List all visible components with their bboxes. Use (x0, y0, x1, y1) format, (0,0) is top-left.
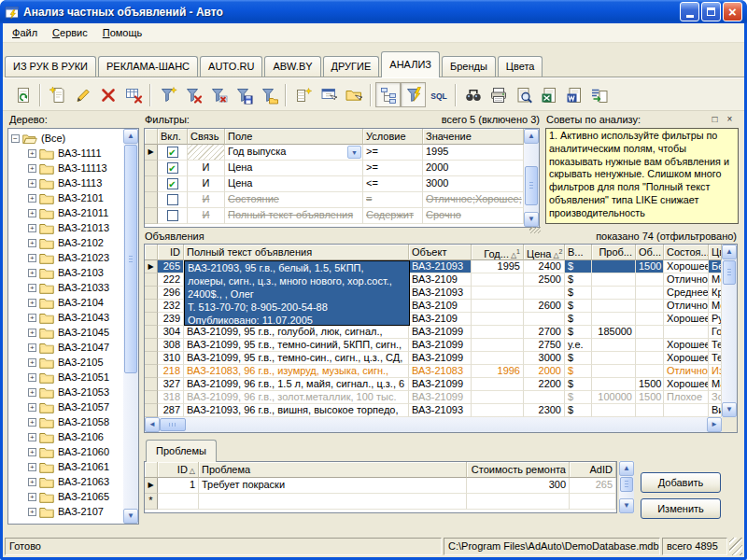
expand-icon[interactable]: + (28, 164, 36, 173)
folder-properties-button[interactable] (341, 82, 366, 107)
filters-header-3[interactable]: Условие (363, 129, 423, 145)
ad-cell-id[interactable]: 265 (158, 260, 184, 273)
menu-service[interactable]: Сервис (45, 25, 95, 40)
ad-cell-vol[interactable] (636, 352, 664, 365)
checkbox-icon[interactable] (167, 210, 178, 221)
ad-cell-year[interactable] (472, 339, 524, 352)
close-button[interactable]: × (723, 2, 742, 21)
ad-cell-year[interactable] (472, 378, 524, 391)
ads-horizontal-scrollbar[interactable]: ◄► (145, 417, 722, 432)
ad-cell-vol[interactable] (636, 300, 664, 313)
scroll-thumb[interactable] (525, 166, 538, 205)
ad-cell-cur[interactable]: $ (565, 287, 592, 300)
tree-item[interactable]: +ВАЗ-1111 (8, 146, 123, 161)
delete-button[interactable] (95, 82, 120, 107)
export-report-button[interactable] (586, 82, 612, 107)
filter-condition-cell[interactable]: = (363, 192, 423, 208)
ad-cell-obj[interactable]: ВАЗ-21099 (409, 326, 472, 339)
ad-cell-vol[interactable]: 1500 (636, 260, 664, 273)
filter-field-cell[interactable]: Цена (225, 176, 363, 192)
ad-cell-run[interactable]: 100000 (592, 391, 636, 404)
tree-item[interactable]: +ВАЗ-2106 (8, 429, 123, 444)
ad-cell-cur[interactable]: $ (565, 260, 592, 273)
ad-cell-state[interactable]: Хорошее (664, 339, 709, 352)
expand-icon[interactable]: + (28, 478, 36, 486)
ad-cell-id[interactable]: 310 (158, 352, 184, 365)
ad-cell-state[interactable]: Отличное (664, 300, 709, 313)
checkbox-icon[interactable]: ✔ (167, 178, 178, 189)
tree-item[interactable]: +ВАЗ-2103 (8, 265, 123, 280)
ad-cell-run[interactable] (592, 378, 636, 391)
problem-cell-cost[interactable]: 300 (467, 478, 570, 494)
problems-header-2[interactable]: Стоимость ремонта (467, 462, 570, 478)
expand-icon[interactable]: + (28, 224, 36, 232)
filter-enabled-cell[interactable] (158, 208, 188, 224)
problem-cell-empty[interactable] (158, 494, 199, 510)
ad-cell-state[interactable]: Хорошее (664, 260, 709, 273)
ad-cell-id[interactable]: 218 (158, 365, 184, 378)
ad-cell-vol[interactable] (636, 326, 664, 339)
print-button[interactable] (486, 82, 511, 107)
scroll-down-icon[interactable]: ▼ (123, 509, 138, 524)
new-record-button[interactable] (45, 82, 70, 107)
ad-cell-year[interactable]: 1996 (472, 365, 524, 378)
filters-resize-grip[interactable] (529, 227, 541, 233)
ad-cell-color[interactable]: Кра (709, 287, 722, 300)
ad-cell-state[interactable]: Хорошее (664, 352, 709, 365)
ad-cell-year[interactable]: 1995 (472, 260, 524, 273)
ad-cell-year[interactable] (472, 287, 524, 300)
ad-cell-vol[interactable] (636, 365, 664, 378)
status-resize-grip[interactable] (729, 538, 742, 555)
ad-cell-obj[interactable]: ВАЗ-21093 (409, 404, 472, 417)
ad-cell-text[interactable]: ВАЗ-21099, 96 г.в., 1.5 л, майя, сигнал.… (184, 378, 409, 391)
scroll-up-icon[interactable]: ▲ (123, 129, 138, 144)
ad-cell-id[interactable]: 304 (158, 326, 184, 339)
ad-cell-vol[interactable] (636, 287, 664, 300)
expand-icon[interactable]: + (28, 418, 36, 427)
expand-icon[interactable]: + (28, 314, 36, 322)
ads-header-9[interactable]: Цве (709, 245, 722, 260)
tree-item[interactable]: +ВАЗ-21065 (8, 489, 123, 504)
ad-cell-text[interactable]: ВАЗ-21099, 95 г.в., темно-син., сигн., ц… (184, 352, 409, 365)
export-word-button[interactable] (561, 82, 586, 107)
ad-cell-state[interactable] (664, 326, 709, 339)
scroll-left-icon[interactable]: ◄ (145, 417, 160, 432)
filter-field-cell[interactable]: Полный текст объявления (225, 208, 363, 224)
tree-item[interactable]: +ВАЗ-21060 (8, 444, 123, 459)
problem-cell-empty[interactable] (199, 494, 467, 510)
ad-cell-id[interactable]: 287 (158, 404, 184, 417)
ad-cell-obj[interactable]: ВАЗ-2109 (409, 313, 472, 326)
edit-button[interactable] (70, 82, 95, 107)
ad-cell-vol[interactable]: 1500 (636, 391, 664, 404)
filter-field-cell[interactable]: ▼Год выпуска (225, 145, 363, 161)
ad-row[interactable]: 318ВАЗ-21099, 96 г.в., золот.металлик, 1… (145, 391, 737, 404)
add-button[interactable]: Добавить (641, 472, 721, 493)
tab-brendy[interactable]: Бренды (442, 56, 496, 77)
tab-abw-by[interactable]: ABW.BY (264, 56, 320, 77)
filter-link-cell[interactable]: И (188, 176, 225, 192)
tips-close-icon[interactable]: × (724, 114, 736, 126)
expand-icon[interactable]: + (28, 149, 36, 158)
problem-row[interactable]: ▶1Требует покраски300265 (145, 478, 616, 494)
tree-item[interactable]: +ВАЗ-11113 (8, 161, 123, 175)
ad-cell-cur[interactable]: у.е. (565, 339, 592, 352)
filter-new-button[interactable] (155, 82, 180, 107)
ad-cell-cur[interactable]: $ (565, 273, 592, 287)
problems-header-1[interactable]: Проблема (199, 462, 467, 478)
ad-cell-obj[interactable]: ВАЗ-21093 (409, 260, 472, 273)
problem-cell-problem[interactable]: Требует покраски (199, 478, 467, 494)
ad-cell-cur[interactable]: $ (565, 352, 592, 365)
problems-header-3[interactable]: AdID (570, 462, 616, 478)
expand-icon[interactable]: + (28, 448, 36, 456)
ad-cell-price[interactable]: 3000 (524, 352, 565, 365)
ad-cell-text[interactable]: ВАЗ-21083, 96 г.в., изумруд, музыка, сиг… (184, 365, 409, 378)
ad-cell-cur[interactable]: $ (565, 391, 592, 404)
ad-cell-text[interactable]: ВАЗ-21099, 95 г.в., голубой, люк, сигнал… (184, 326, 409, 339)
filter-enabled-cell[interactable]: ✔ (158, 145, 188, 161)
ad-cell-year[interactable] (472, 300, 524, 313)
tree-item[interactable]: +ВАЗ-21063 (8, 474, 123, 489)
tab-cveta[interactable]: Цвета (498, 56, 543, 77)
delete-table-button[interactable] (120, 82, 146, 107)
ad-cell-year[interactable] (472, 326, 524, 339)
filter-link-cell[interactable] (188, 145, 225, 161)
